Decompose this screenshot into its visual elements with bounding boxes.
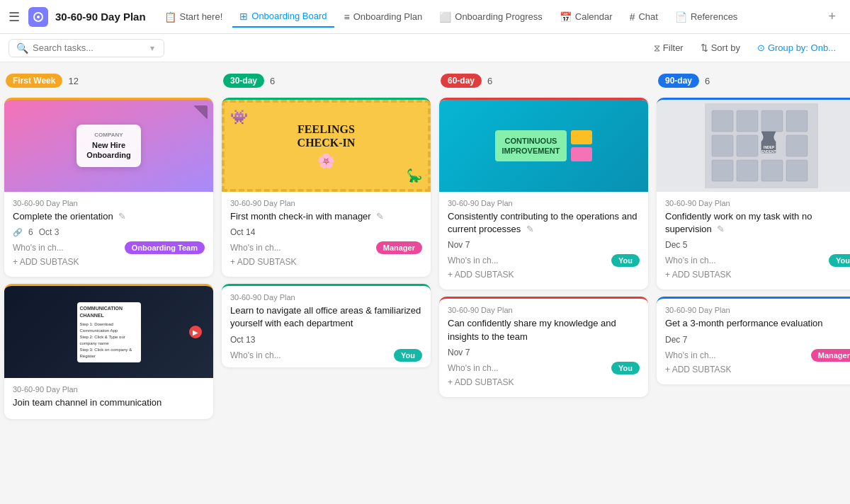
top-nav: ☰ 30-60-90 Day Plan 📋 Start here! ⊞ Onbo… xyxy=(0,0,850,34)
tag-7: You xyxy=(829,254,850,267)
edit-icon-1[interactable]: ✎ xyxy=(118,211,126,222)
svg-rect-5 xyxy=(761,110,783,132)
card-checkin: FEELINGSCHECK-IN 🌸 👾 🦕 30-60-90 Day Plan… xyxy=(222,98,431,277)
edit-icon-7[interactable]: ✎ xyxy=(717,224,725,234)
board-icon: ⊞ xyxy=(239,11,248,22)
tab-plan[interactable]: ≡ Onboarding Plan xyxy=(337,7,430,27)
add-tab-button[interactable]: + xyxy=(822,6,842,27)
svg-rect-12 xyxy=(761,160,783,181)
card-contributing: CONTINUOUSIMPROVEMENT 30-60-90 Day Plan … xyxy=(439,98,648,290)
card-project-1: 30-60-90 Day Plan xyxy=(13,199,205,207)
col-count-first-week: 12 xyxy=(68,76,78,86)
references-icon: 📄 xyxy=(675,11,687,23)
search-chevron-icon: ▾ xyxy=(150,43,154,53)
col-badge-90day: 90-day xyxy=(658,74,699,88)
svg-rect-13 xyxy=(786,160,808,181)
card-footer-3: Who's in ch... Manager xyxy=(230,241,422,254)
col-count-30day: 6 xyxy=(270,76,275,86)
start-icon: 📋 xyxy=(164,11,176,23)
add-subtask-6[interactable]: + ADD SUBTASK xyxy=(448,374,640,391)
tag-1: Onboarding Team xyxy=(125,241,205,254)
card-project-4: 30-60-90 Day Plan xyxy=(230,293,422,302)
progress-icon: ⬜ xyxy=(439,11,451,23)
svg-rect-3 xyxy=(712,110,733,132)
tab-chat[interactable]: # Chat xyxy=(623,7,665,27)
card-supervision: INDEP ENDENT 30-60-90 Day Plan Confident… xyxy=(657,98,850,290)
group-button[interactable]: ⊙ Group by: Onb... xyxy=(752,40,842,56)
app-title: 30-60-90 Day Plan xyxy=(55,11,146,23)
search-icon: 🔍 xyxy=(16,42,28,54)
card-project-3: 30-60-90 Day Plan xyxy=(230,199,422,207)
subtask-count-1: 6 xyxy=(28,227,33,237)
card-footer-7: Who's in ch... You xyxy=(665,254,850,267)
card-date-6: Nov 7 xyxy=(448,348,640,357)
search-area[interactable]: 🔍 ▾ xyxy=(8,39,164,57)
card-date-4: Oct 13 xyxy=(230,335,422,345)
card-body-evaluation: 30-60-90 Day Plan Get a 3-month performa… xyxy=(657,299,850,384)
svg-point-1 xyxy=(37,16,40,18)
add-subtask-3[interactable]: + ADD SUBTASK xyxy=(230,254,422,271)
card-title-8: Get a 3-month performance evaluation xyxy=(665,317,850,330)
sort-icon: ⇅ xyxy=(701,42,708,53)
edit-icon-3[interactable]: ✎ xyxy=(376,211,384,222)
tab-calendar[interactable]: 📅 Calendar xyxy=(552,7,620,27)
sort-button[interactable]: ⇅ Sort by xyxy=(695,40,746,56)
card-title-6: Can confidently share my knowledge and i… xyxy=(448,317,640,343)
search-input[interactable] xyxy=(33,42,146,53)
tag-4: You xyxy=(394,349,422,362)
col-count-60day: 6 xyxy=(487,76,492,86)
whos-label-1: Who's in ch... xyxy=(13,243,64,253)
whos-label-8: Who's in ch... xyxy=(665,350,716,360)
filter-button[interactable]: ⧖ Filter xyxy=(648,40,689,57)
card-title-5: Consistently contributing to the operati… xyxy=(448,210,640,236)
column-90day: 90-day 6 xyxy=(657,71,850,496)
add-subtask-8[interactable]: + ADD SUBTASK xyxy=(665,362,850,379)
tab-progress[interactable]: ⬜ Onboarding Progress xyxy=(432,7,550,27)
whos-label-3: Who's in ch... xyxy=(230,243,281,253)
filter-icon: ⧖ xyxy=(654,42,660,54)
col-header-90day: 90-day 6 xyxy=(657,71,850,91)
whos-label-6: Who's in ch... xyxy=(448,363,499,373)
whos-label-5: Who's in ch... xyxy=(448,256,499,265)
col-header-30day: 30-day 6 xyxy=(222,71,431,91)
tag-3: Manager xyxy=(376,241,422,254)
col-badge-60day: 60-day xyxy=(441,74,482,88)
card-knowledge: 30-60-90 Day Plan Can confidently share … xyxy=(439,297,648,396)
tab-start[interactable]: 📋 Start here! xyxy=(157,7,230,27)
card-title-7: Confidently work on my task with no supe… xyxy=(665,210,850,236)
tab-board[interactable]: ⊞ Onboarding Board xyxy=(232,6,334,28)
card-body-supervision: 30-60-90 Day Plan Confidently work on my… xyxy=(657,192,850,290)
plan-icon: ≡ xyxy=(344,11,350,23)
col-count-90day: 6 xyxy=(705,76,710,86)
column-30day: 30-day 6 FEELINGSCHECK-IN 🌸 👾 🦕 30-60-90… xyxy=(222,71,431,496)
card-footer-4: Who's in ch... You xyxy=(230,349,422,362)
card-date-3: Oct 14 xyxy=(230,227,422,237)
add-subtask-5[interactable]: + ADD SUBTASK xyxy=(448,267,640,284)
date-1: Oct 3 xyxy=(39,227,60,237)
card-navigate: 30-60-90 Day Plan Learn to navigate all … xyxy=(222,284,431,367)
add-subtask-7[interactable]: + ADD SUBTASK xyxy=(665,267,850,284)
tab-references[interactable]: 📄 References xyxy=(668,7,744,27)
card-evaluation: 30-60-90 Day Plan Get a 3-month performa… xyxy=(657,297,850,384)
column-60day: 60-day 6 CONTINUOUSIMPROVEMENT 30-60-90 … xyxy=(439,71,648,496)
tag-5: You xyxy=(611,254,640,267)
card-channel: COMMUNICATION CHANNEL Step 1: Download C… xyxy=(4,284,213,419)
card-title-3: First month check-in with manager ✎ xyxy=(230,210,422,223)
group-icon: ⊙ xyxy=(757,42,765,53)
card-meta-1: 🔗 6 Oct 3 xyxy=(13,227,205,237)
col-badge-30day: 30-day xyxy=(223,74,264,88)
card-title-4: Learn to navigate all office areas & fam… xyxy=(230,304,422,330)
card-date-8: Dec 7 xyxy=(665,335,850,345)
card-footer-8: Who's in ch... Manager xyxy=(665,349,850,362)
hamburger-icon[interactable]: ☰ xyxy=(8,9,20,25)
card-body-channel: 30-60-90 Day Plan Join team channel in c… xyxy=(4,378,213,419)
card-project-5: 30-60-90 Day Plan xyxy=(448,199,640,207)
edit-icon-5[interactable]: ✎ xyxy=(526,224,534,234)
svg-rect-6 xyxy=(786,110,808,132)
add-subtask-1[interactable]: + ADD SUBTASK xyxy=(13,254,205,271)
tag-8: Manager xyxy=(811,349,850,362)
chat-icon: # xyxy=(630,11,635,23)
svg-rect-8 xyxy=(737,135,758,156)
card-title-1: Complete the orientation ✎ xyxy=(13,210,205,223)
col-header-60day: 60-day 6 xyxy=(439,71,648,91)
